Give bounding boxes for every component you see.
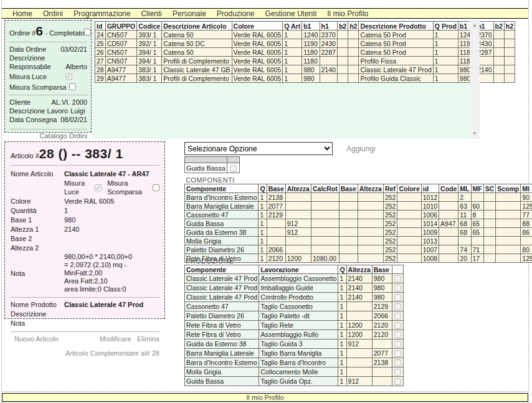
lavorazione-checkbox[interactable] [394, 322, 401, 329]
nav-item-home[interactable]: Home [12, 9, 32, 18]
guida-bassa-checkbox-cell[interactable] [227, 163, 239, 173]
modificare-link[interactable]: Modificare [100, 335, 131, 343]
lavorazione-checkbox-cell[interactable] [392, 349, 403, 358]
field-label: Data Ordine [9, 45, 46, 54]
misura-row: Misura Luce Misura Scomparsa [64, 179, 159, 196]
scroll-down-icon[interactable]: ▼ [470, 131, 480, 136]
nuovo-articolo-link[interactable]: Nuovo Articolo [14, 334, 59, 343]
option-select[interactable]: Selezionare Opzione [184, 142, 333, 155]
order-table-row[interactable]: 24CN507 393/ 1Catena 50 Verde RAL 60051 … [95, 31, 515, 39]
cell-codice: 383/ 1 [137, 74, 162, 83]
completato-checkbox[interactable] [84, 29, 91, 36]
nav-item-programmazione[interactable]: Programmazione [74, 9, 130, 18]
cell-sc [483, 219, 496, 228]
lavorazione-checkbox-cell[interactable] [392, 367, 403, 377]
vertical-scrollbar[interactable]: ▲ ▼ [470, 20, 480, 139]
cell-calcrot [311, 211, 339, 219]
column-header: Base [267, 184, 285, 193]
nav-item-gestione-utenti[interactable]: Gestione Utenti [265, 9, 317, 18]
cell-q: 1 [338, 311, 346, 321]
order-table-row[interactable]: 27CN507 394/ 1Profili di Complemento Ver… [95, 57, 515, 65]
order-table-row[interactable]: 25CD507 392/ 1Catena 50 DC Verde RAL 600… [95, 39, 515, 48]
lavorazione-checkbox[interactable] [394, 378, 401, 385]
misura-luce-checkbox[interactable] [65, 73, 72, 80]
cell-base: 2066 [372, 311, 392, 321]
cell-altezza2 [358, 202, 383, 211]
cell-b1: 980 [302, 74, 320, 83]
lavorazione-checkbox[interactable] [394, 331, 401, 338]
lavorazione-checkbox[interactable] [394, 350, 401, 357]
lavorazione-checkbox[interactable] [394, 341, 401, 348]
lavorazione-checkbox-cell[interactable] [392, 293, 403, 302]
lavorazione-checkbox-cell[interactable] [392, 274, 403, 283]
cell-componente: Rete Fibra di Vetro [185, 330, 259, 339]
footer-bar[interactable]: Il mio Profilo [2, 393, 528, 402]
cell-ref: 252 [383, 254, 397, 263]
lavorazione-checkbox[interactable] [394, 294, 401, 301]
cell-q: 1 [338, 339, 346, 349]
lavorazione-checkbox-cell[interactable] [392, 339, 403, 349]
lavorazione-checkbox-cell[interactable] [392, 302, 403, 311]
cell-componente: Guida Bassa [185, 219, 259, 228]
cell-colore: Verde RAL 6005 [232, 48, 283, 57]
column-header: id [421, 184, 439, 193]
cell-scomp [496, 228, 521, 237]
cell-calcrot [311, 193, 339, 202]
cell-base [267, 237, 285, 245]
cell-ref: 252 [383, 211, 397, 219]
articolo-complementare-link[interactable]: Articolo Complementare al# 28 [65, 349, 159, 357]
catalogo-ordini-link[interactable]: Catalogo Ordini [40, 132, 87, 140]
cell-altezza2 [358, 245, 383, 254]
cell-mf: 65 [471, 228, 483, 237]
lavorazione-checkbox-cell[interactable] [392, 358, 403, 367]
cell-ml: 11 [458, 211, 471, 219]
cell-ml: 20 [458, 254, 471, 263]
misura-scomparsa-label: Misura Scomparsa [107, 179, 150, 196]
guida-bassa-checkbox[interactable] [230, 165, 237, 172]
lavorazione-checkbox[interactable] [394, 369, 401, 376]
cell-lavorazione: Taglio Cassonetto [259, 302, 338, 311]
cell-colore [397, 245, 421, 254]
lavorazione-checkbox-cell[interactable] [392, 283, 403, 293]
elimina-link[interactable]: Elimina [137, 335, 159, 343]
nav-item-produzione[interactable]: Produzione [217, 9, 255, 18]
order-table-row[interactable]: 28A9477 383/ 1Classic Laterale 47 GB Ver… [95, 65, 515, 74]
field-label: Nome Articolo [11, 169, 64, 178]
lavorazione-checkbox[interactable] [394, 285, 401, 292]
cell-q: 1 [338, 321, 346, 330]
lavorazione-checkbox[interactable] [394, 275, 401, 282]
lavorazione-checkbox-cell[interactable] [392, 377, 403, 386]
lavorazione-checkbox[interactable] [394, 303, 401, 310]
cell-descrizione-prodotto: Classic Laterale 47 Prod [359, 65, 433, 74]
lavorazione-checkbox-cell[interactable] [392, 321, 403, 330]
column-header: b2 [493, 22, 504, 31]
cell-q: 1 [338, 302, 346, 311]
aggiungi-link[interactable]: Aggiungi [346, 145, 376, 153]
cell-ref: 252 [383, 245, 397, 254]
order-table-row[interactable]: 29A9477 383/ 1Profili di Complemento Ver… [95, 74, 515, 83]
cell-h2p [504, 39, 515, 48]
lavorazione-checkbox-cell[interactable] [392, 311, 403, 321]
misura-scomparsa-checkbox[interactable] [69, 83, 76, 90]
lavorazione-checkbox-cell[interactable] [392, 330, 403, 339]
cell-componente: Barra Maniglia Laterale [185, 202, 259, 211]
cell-mf: 71 [471, 245, 483, 254]
cell-componente: Paletto Diametro 26 [185, 245, 259, 254]
field-label: Quantità [11, 206, 64, 215]
article-misura-scomparsa-checkbox[interactable] [153, 184, 159, 191]
cell-colore: Verde RAL 6005 [232, 65, 283, 74]
lavorazione-checkbox[interactable] [394, 359, 401, 366]
cell-lavorazione: Collocamento Molle [259, 367, 338, 377]
nav-item-personale[interactable]: Personale [173, 9, 206, 18]
nav-item-il-mio-profilo[interactable]: Il mio Profilo [327, 9, 368, 18]
cell-colore: Verde RAL 6005 [232, 39, 283, 48]
nav-item-clienti[interactable]: Clienti [141, 9, 161, 18]
cell-base [372, 367, 392, 377]
cell-lavorazione: Taglio Guida 3 [259, 339, 338, 349]
scroll-up-icon[interactable]: ▲ [470, 22, 480, 28]
nav-item-ordini[interactable]: Ordini [43, 9, 63, 18]
field-value: 2140 [64, 225, 159, 234]
order-table-row[interactable]: 26CN507 394/ 1Catena 50 Verde RAL 60051 … [95, 48, 515, 57]
lavorazione-checkbox[interactable] [394, 313, 401, 320]
article-misura-luce-checkbox[interactable] [95, 184, 102, 191]
